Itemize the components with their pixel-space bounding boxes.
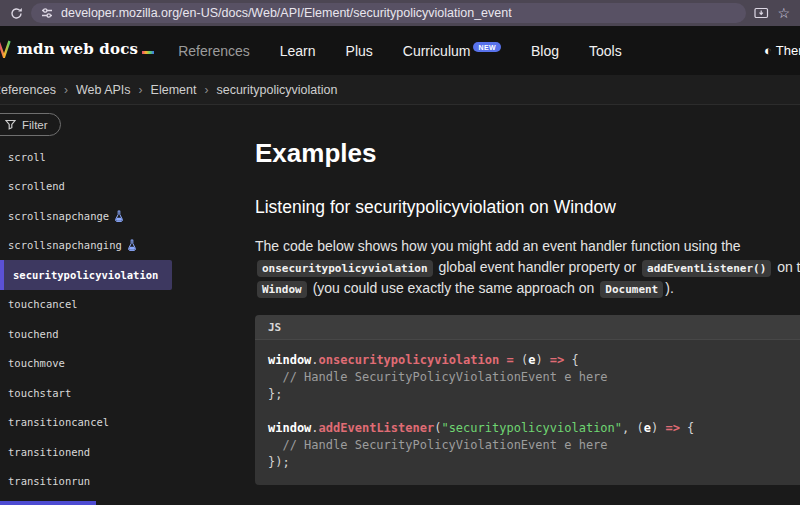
code-line: // Handle SecurityPolicyViolationEvent e… bbox=[268, 437, 800, 454]
sidebar-item-touchcancel[interactable]: touchcancel bbox=[0, 290, 240, 320]
code-token: => bbox=[665, 421, 679, 435]
sidebar-item-scrollsnapchange[interactable]: scrollsnapchange bbox=[0, 201, 240, 231]
screen: developer.mozilla.org/en-US/docs/Web/API… bbox=[0, 0, 800, 505]
sidebar-item-label: transitionrun bbox=[8, 475, 90, 487]
code-line: window.onsecuritypolicyviolation = (e) =… bbox=[268, 352, 800, 369]
breadcrumb-link[interactable]: Web APIs bbox=[76, 83, 131, 97]
theme-label: Theme bbox=[776, 43, 800, 58]
paragraph-line: Window (you could use exactly the same a… bbox=[255, 278, 800, 299]
mdn-header: mdn web docs ReferencesLearnPlusCurricul… bbox=[0, 26, 800, 75]
sidebar-item-touchend[interactable]: touchend bbox=[0, 319, 240, 349]
browser-toolbar: developer.mozilla.org/en-US/docs/Web/API… bbox=[0, 0, 800, 26]
sidebar-item-label: touchend bbox=[8, 328, 59, 340]
nav-item-references[interactable]: References bbox=[178, 43, 250, 59]
code-body[interactable]: window.onsecuritypolicyviolation = (e) =… bbox=[255, 340, 800, 485]
sidebar-item-label: transitioncancel bbox=[8, 416, 109, 428]
experimental-flask-icon bbox=[114, 210, 124, 222]
code-block: JS window.onsecuritypolicyviolation = (e… bbox=[255, 315, 800, 485]
mdn-logo-mark-icon bbox=[0, 40, 13, 62]
filter-button[interactable]: Filter bbox=[0, 113, 61, 136]
inline-code: onsecuritypolicyviolation bbox=[257, 260, 433, 277]
sidebar-item-scrollsnapchanging[interactable]: scrollsnapchanging bbox=[0, 231, 240, 261]
nav-item-learn[interactable]: Learn bbox=[280, 43, 316, 59]
sidebar-item-touchmove[interactable]: touchmove bbox=[0, 349, 240, 379]
nav-item-plus[interactable]: Plus bbox=[346, 43, 373, 59]
sidebar-item-label: scrollend bbox=[8, 180, 65, 192]
text-segment: on the top level bbox=[773, 259, 800, 275]
code-token: "securitypolicyviolation" bbox=[441, 421, 622, 435]
code-token: }; bbox=[268, 387, 282, 401]
inline-code: Document bbox=[600, 281, 663, 298]
nav-item-blog[interactable]: Blog bbox=[531, 43, 559, 59]
filter-label: Filter bbox=[22, 119, 48, 131]
sidebar-item-label: securitypolicyviolation bbox=[13, 269, 158, 281]
sidebar-item-scroll[interactable]: scroll bbox=[0, 142, 240, 172]
code-token: ( bbox=[514, 353, 528, 367]
sidebar-item-label: scroll bbox=[8, 151, 46, 163]
code-token: e bbox=[644, 421, 651, 435]
code-block-header: JS bbox=[255, 315, 800, 340]
sidebar-item-label: scrollsnapchange bbox=[8, 210, 109, 222]
code-token: // Handle SecurityPolicyViolationEvent e… bbox=[268, 370, 608, 384]
code-line: }); bbox=[268, 454, 800, 471]
code-token: window bbox=[268, 353, 311, 367]
sidebar-item-touchstart[interactable]: touchstart bbox=[0, 378, 240, 408]
breadcrumb-separator: › bbox=[139, 83, 143, 97]
primary-nav: ReferencesLearnPlusCurriculumNEWBlogTool… bbox=[178, 43, 622, 59]
intro-paragraph: The code below shows how you might add a… bbox=[255, 236, 800, 299]
sidebar-item-label: touchstart bbox=[8, 387, 71, 399]
text-segment: ). bbox=[665, 280, 674, 296]
loading-indicator-strip bbox=[0, 501, 96, 505]
experimental-flask-icon bbox=[127, 239, 137, 251]
code-token: { bbox=[680, 421, 694, 435]
mdn-logo-text: mdn web docs bbox=[17, 40, 138, 58]
bookmark-star-icon[interactable]: ☆ bbox=[777, 6, 790, 20]
save-page-icon[interactable] bbox=[754, 7, 769, 20]
new-badge: NEW bbox=[473, 42, 501, 52]
mdn-logo-underscore bbox=[142, 51, 154, 54]
sidebar-item-label: scrollsnapchanging bbox=[8, 239, 122, 251]
theme-toggle[interactable]: ◐ Theme bbox=[764, 26, 800, 75]
mdn-logo[interactable]: mdn web docs bbox=[0, 40, 154, 62]
section-heading: Listening for securitypolicyviolation on… bbox=[255, 196, 800, 218]
breadcrumb-row: References›Web APIs›Element›securitypoli… bbox=[0, 75, 800, 105]
url-bar[interactable]: developer.mozilla.org/en-US/docs/Web/API… bbox=[31, 3, 746, 23]
site-settings-icon[interactable] bbox=[41, 7, 53, 19]
sidebar-item-transitioncancel[interactable]: transitioncancel bbox=[0, 408, 240, 438]
sidebar-item-scrollend[interactable]: scrollend bbox=[0, 172, 240, 202]
paragraph-line: onsecuritypolicyviolation global event h… bbox=[255, 257, 800, 278]
sidebar-item-securitypolicyviolation[interactable]: securitypolicyviolation bbox=[0, 260, 172, 290]
reload-icon[interactable] bbox=[10, 7, 23, 20]
code-token: window bbox=[268, 421, 311, 435]
code-token: ) bbox=[651, 421, 665, 435]
nav-item-curriculum[interactable]: CurriculumNEW bbox=[403, 43, 501, 59]
url-text: developer.mozilla.org/en-US/docs/Web/API… bbox=[61, 6, 512, 20]
breadcrumb-link[interactable]: References bbox=[0, 83, 56, 97]
sidebar: Filter scrollscrollendscrollsnapchangesc… bbox=[0, 105, 240, 505]
code-token: . bbox=[311, 353, 318, 367]
breadcrumb-link[interactable]: Element bbox=[151, 83, 197, 97]
code-line: }; bbox=[268, 386, 800, 403]
sidebar-item-transitionend[interactable]: transitionend bbox=[0, 437, 240, 467]
filter-funnel-icon bbox=[5, 119, 16, 130]
inline-code: Window bbox=[257, 281, 307, 298]
code-line: // Handle SecurityPolicyViolationEvent e… bbox=[268, 369, 800, 386]
content: Filter scrollscrollendscrollsnapchangesc… bbox=[0, 105, 800, 505]
code-token: { bbox=[564, 353, 578, 367]
code-token: // Handle SecurityPolicyViolationEvent e… bbox=[268, 438, 608, 452]
code-token: . bbox=[311, 421, 318, 435]
code-token: ) bbox=[535, 353, 549, 367]
theme-icon: ◐ bbox=[764, 44, 772, 57]
sidebar-item-label: touchmove bbox=[8, 357, 65, 369]
nav-item-tools[interactable]: Tools bbox=[589, 43, 622, 59]
breadcrumb-link[interactable]: securitypolicyviolation bbox=[216, 83, 337, 97]
sidebar-item-transitionrun[interactable]: transitionrun bbox=[0, 467, 240, 497]
inline-code: addEventListener() bbox=[642, 260, 771, 277]
text-segment: (you could use exactly the same approach… bbox=[309, 280, 599, 296]
breadcrumb: References›Web APIs›Element›securitypoli… bbox=[0, 83, 337, 97]
sidebar-event-list: scrollscrollendscrollsnapchangescrollsna… bbox=[0, 142, 240, 505]
code-token: addEventListener bbox=[319, 421, 435, 435]
examples-heading: Examples bbox=[255, 138, 800, 168]
text-segment: The code below shows how you might add a… bbox=[255, 238, 741, 254]
code-token: }); bbox=[268, 455, 290, 469]
